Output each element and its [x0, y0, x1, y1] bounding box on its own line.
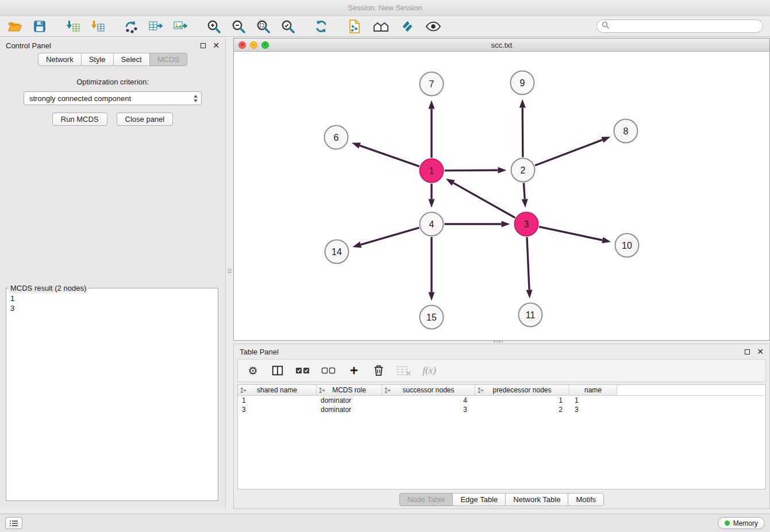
close-window-icon[interactable]: ✕: [238, 41, 246, 49]
graph-edge[interactable]: [539, 227, 602, 240]
title-bar: Session: New Session: [0, 0, 770, 16]
graph-node-label: 6: [334, 133, 339, 142]
deselect-all-icon[interactable]: [321, 363, 336, 378]
export-network-icon[interactable]: [123, 18, 139, 34]
vertical-splitter[interactable]: [226, 38, 233, 509]
tab-network[interactable]: Network: [38, 53, 82, 66]
graph-edge[interactable]: [360, 145, 419, 166]
search-input[interactable]: [613, 22, 758, 30]
column-header-shared-name[interactable]: shared name: [238, 385, 317, 395]
table-row[interactable]: 3 dominator 3 2 3: [238, 405, 765, 414]
run-mcds-button[interactable]: Run MCDS: [52, 113, 107, 126]
table-panel: Table Panel ✕ ⚙ + f(x): [233, 344, 770, 509]
splitter-grip-icon[interactable]: [228, 268, 232, 274]
toolbar-group-import: [65, 18, 106, 34]
cell-mcds-role[interactable]: dominator: [317, 396, 382, 404]
tab-network-table[interactable]: Network Table: [505, 493, 568, 506]
cell-shared-name[interactable]: 1: [238, 396, 317, 404]
graph-edge[interactable]: [522, 107, 523, 157]
table-panel-header: Table Panel ✕: [234, 344, 769, 359]
mcds-buttons-row: Run MCDS Close panel: [0, 113, 225, 126]
minimize-window-icon[interactable]: −: [250, 41, 257, 49]
close-panel-button[interactable]: Close panel: [117, 113, 174, 126]
graph-node-label: 14: [332, 247, 342, 257]
graph-edge[interactable]: [444, 170, 498, 171]
cell-predecessor-nodes[interactable]: 1: [475, 396, 569, 404]
cell-mcds-role[interactable]: dominator: [317, 406, 382, 414]
node-table: shared name MCDS role successor nodes pr…: [237, 384, 766, 489]
cell-successor-nodes[interactable]: 3: [382, 406, 475, 414]
column-header-mcds-role[interactable]: MCDS role: [317, 385, 382, 395]
column-header-successor-nodes[interactable]: successor nodes: [382, 385, 475, 395]
toolbar-group-zoom: [206, 18, 296, 34]
network-file-icon[interactable]: [346, 18, 363, 34]
close-table-panel-icon[interactable]: ✕: [757, 348, 764, 356]
select-all-icon[interactable]: [295, 363, 310, 378]
tab-edge-table[interactable]: Edge Table: [452, 493, 506, 506]
network-graph: 7968124314101511: [234, 52, 769, 340]
import-network-icon[interactable]: [65, 18, 81, 34]
graph-edge[interactable]: [453, 183, 515, 218]
zoom-fit-icon[interactable]: [255, 18, 271, 34]
zoom-out-icon[interactable]: [230, 18, 247, 34]
graph-edge[interactable]: [535, 140, 602, 165]
graph-edge-arrowhead: [352, 242, 361, 248]
import-table-icon[interactable]: [90, 18, 106, 34]
home-network-icon[interactable]: [371, 18, 391, 34]
close-panel-icon[interactable]: ✕: [213, 41, 220, 49]
add-column-icon[interactable]: +: [347, 363, 361, 378]
apply-style-icon[interactable]: [399, 18, 415, 34]
cell-name[interactable]: 3: [569, 406, 617, 414]
toolbar-group-session: [7, 18, 48, 34]
graph-edge-arrowhead: [522, 199, 528, 207]
show-panels-list-icon[interactable]: [5, 517, 22, 529]
tab-node-table[interactable]: Node Table: [399, 493, 453, 506]
graph-node-label: 1: [429, 166, 434, 176]
zoom-window-icon[interactable]: +: [261, 41, 269, 49]
tab-style[interactable]: Style: [81, 53, 114, 66]
search-field[interactable]: [596, 20, 763, 33]
graph-edge-arrowhead: [519, 99, 526, 107]
graph-node-label: 8: [623, 126, 629, 136]
tab-select[interactable]: Select: [113, 53, 150, 66]
delete-column-icon[interactable]: [372, 363, 386, 378]
delete-table-icon: [396, 363, 411, 378]
cell-predecessor-nodes[interactable]: 2: [475, 406, 569, 414]
network-window-titlebar[interactable]: ✕ − + scc.txt: [234, 38, 769, 52]
graph-node-label: 9: [520, 78, 525, 88]
export-image-icon[interactable]: [172, 18, 188, 34]
mcds-result-item: 3: [10, 303, 214, 313]
memory-button[interactable]: Memory: [718, 517, 765, 529]
table-settings-gear-icon[interactable]: ⚙: [246, 363, 260, 378]
window-controls: ✕ − +: [238, 41, 269, 49]
show-columns-icon[interactable]: [271, 363, 284, 378]
float-panel-icon[interactable]: [201, 43, 206, 48]
tab-mcds[interactable]: MCDS: [149, 53, 187, 66]
refresh-icon[interactable]: [313, 18, 329, 34]
graph-node-label: 7: [429, 79, 434, 89]
zoom-selected-icon[interactable]: [280, 18, 296, 34]
function-builder-icon: f(x): [422, 363, 436, 378]
column-header-name[interactable]: name: [569, 385, 617, 395]
table-row[interactable]: 1 dominator 4 1 1: [238, 396, 765, 405]
graph-edge[interactable]: [523, 183, 525, 199]
save-session-icon[interactable]: [32, 18, 48, 34]
control-panel-header: Control Panel ✕: [0, 38, 225, 53]
open-folder-icon[interactable]: [7, 18, 23, 34]
network-canvas[interactable]: 7968124314101511: [234, 52, 769, 340]
export-table-icon[interactable]: [148, 18, 164, 34]
show-graphics-details-icon[interactable]: [424, 18, 442, 34]
graph-node-label: 10: [622, 241, 632, 250]
control-panel-title: Control Panel: [6, 41, 51, 50]
cell-name[interactable]: 1: [569, 396, 617, 404]
cell-successor-nodes[interactable]: 4: [382, 396, 475, 404]
graph-edge[interactable]: [361, 228, 419, 245]
horizontal-splitter-grip-icon[interactable]: [494, 341, 503, 342]
float-table-panel-icon[interactable]: [745, 349, 750, 354]
tab-motifs[interactable]: Motifs: [568, 493, 604, 506]
optimization-criterion-select[interactable]: strongly connected component: [24, 91, 202, 105]
column-header-predecessor-nodes[interactable]: predecessor nodes: [475, 385, 569, 395]
zoom-in-icon[interactable]: [206, 18, 222, 34]
cell-shared-name[interactable]: 3: [238, 406, 317, 414]
graph-edge[interactable]: [527, 237, 529, 290]
